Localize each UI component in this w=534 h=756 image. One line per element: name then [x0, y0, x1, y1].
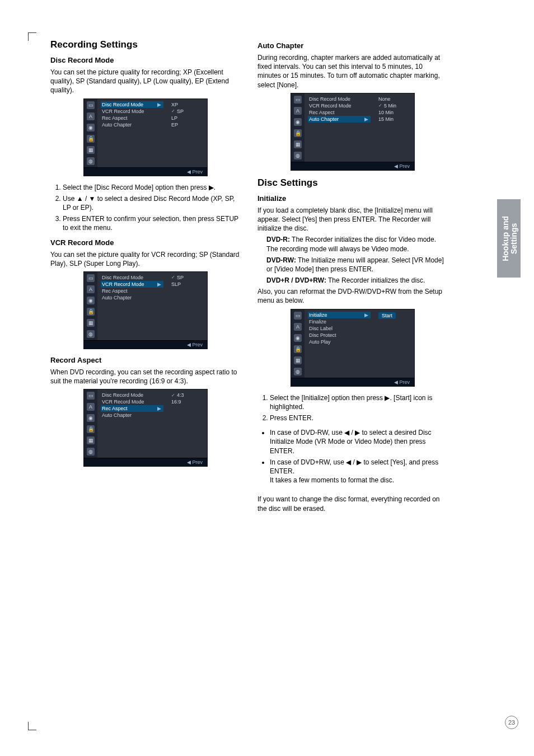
osd-item-rec-aspect: Rec Aspect: [102, 288, 128, 294]
text-record-aspect-intro: When DVD recording, you can set the reco…: [50, 368, 241, 386]
osd-item-disc-label: Disc Label: [309, 326, 332, 331]
record-icon: ▦: [87, 319, 95, 327]
osd-option-sp: SP: [177, 275, 184, 280]
heading-auto-chapter: Auto Chapter: [257, 41, 448, 50]
section-tab: Hookup and Settings: [497, 199, 521, 278]
language-icon: A: [87, 112, 95, 120]
text-init-dvdr: DVD-R: The Recorder initializes the disc…: [257, 235, 448, 253]
osd-item-initialize: Initialize: [309, 312, 327, 318]
osd-icon-strip: ▭ A ◉ 🔒 ▦ ◍: [291, 309, 305, 378]
audio-icon: ◉: [87, 124, 95, 132]
right-column: Auto Chapter During recording, chapter m…: [257, 34, 448, 515]
osd-icon-strip: ▭ A ◉ 🔒 ▦ ◍: [84, 272, 97, 340]
lock-icon: 🔒: [87, 308, 95, 316]
osd-item-disc-record-mode: Disc Record Mode: [102, 275, 143, 280]
heading-initialize: Initialize: [257, 194, 448, 203]
chevron-right-icon: ▶: [156, 281, 162, 287]
osd-option-xp: XP: [171, 102, 178, 107]
osd-item-auto-chapter: Auto Chapter: [102, 412, 132, 418]
text-bullet-b2b: It takes a few moments to format the dis…: [270, 476, 394, 484]
record-icon: ▦: [294, 356, 302, 364]
list-item: Use ▲ / ▼ to select a desired Disc Recor…: [63, 194, 241, 212]
label-dvdr: DVD-R:: [266, 236, 290, 243]
heading-disc-record-mode: Disc Record Mode: [50, 56, 241, 64]
osd-prev-label: ◀ Prev: [291, 378, 414, 386]
disc-icon: ◍: [294, 368, 302, 375]
lock-icon: 🔒: [294, 129, 302, 137]
osd-option-4-3: 4:3: [177, 392, 184, 398]
audio-icon: ◉: [87, 414, 95, 422]
disc-icon: ◍: [294, 152, 302, 159]
heading-record-aspect: Record Aspect: [50, 356, 241, 364]
lock-icon: 🔒: [87, 135, 95, 143]
heading-disc-settings: Disc Settings: [257, 177, 448, 189]
list-item: Select the [Initialize] option then pres…: [270, 393, 448, 411]
osd-option-lp: LP: [171, 115, 177, 121]
list-item: In case of DVD+RW, use ◀ / ▶ to select […: [270, 458, 448, 485]
heading-vcr-record-mode: VCR Record Mode: [50, 238, 241, 247]
list-item: Select the [Disc Record Mode] option the…: [63, 183, 241, 192]
osd-option-sp: SP: [177, 109, 184, 114]
section-tab-line2: Settings: [509, 223, 518, 253]
audio-icon: ◉: [87, 297, 95, 304]
chevron-right-icon: ▶: [363, 116, 369, 122]
osd-icon-strip: ▭ A ◉ 🔒 ▦ ◍: [84, 99, 97, 167]
osd-prev-label: ◀ Prev: [291, 162, 414, 170]
text-init-p1: If you load a completely blank disc, the…: [257, 206, 448, 233]
tv-icon: ▭: [87, 392, 95, 400]
osd-option-ep: EP: [171, 122, 178, 128]
tv-icon: ▭: [294, 312, 302, 320]
osd-item-vcr-record-mode: VCR Record Mode: [102, 109, 144, 114]
osd-option-10min: 10 Min: [378, 110, 394, 115]
language-icon: A: [294, 323, 302, 331]
list-init-bullets: In case of DVD-RW, use ◀ / ▶ to select a…: [257, 428, 448, 485]
tv-icon: ▭: [87, 101, 95, 109]
lock-icon: 🔒: [87, 425, 95, 433]
language-icon: A: [87, 403, 95, 411]
osd-item-disc-protect: Disc Protect: [309, 332, 336, 338]
record-icon: ▦: [87, 146, 95, 154]
heading-recording-settings: Recording Settings: [50, 39, 241, 50]
tv-icon: ▭: [87, 274, 95, 282]
osd-item-auto-chapter: Auto Chapter: [309, 116, 339, 122]
list-item: In case of DVD-RW, use ◀ / ▶ to select a…: [270, 428, 448, 456]
osd-item-vcr-record-mode: VCR Record Mode: [102, 399, 144, 405]
text-dvdr-desc: The Recorder initializes the disc for Vi…: [266, 236, 436, 252]
osd-item-rec-aspect: Rec Aspect: [102, 115, 128, 121]
text-dvdprw-desc: The Recorder initializes the disc.: [326, 276, 425, 284]
osd-item-vcr-record-mode: VCR Record Mode: [102, 281, 144, 287]
text-init-dvdrw: DVD-RW: The Initialize menu will appear.…: [257, 256, 448, 274]
text-init-note: If you want to change the disc format, e…: [257, 495, 448, 513]
osd-item-rec-aspect: Rec Aspect: [102, 406, 128, 411]
label-dvdrw: DVD-RW:: [266, 256, 296, 264]
osd-disc-record-mode: ▭ A ◉ 🔒 ▦ ◍ Disc Record Mode▶ VCR Record…: [83, 98, 208, 176]
text-drm-intro: You can set the picture quality for reco…: [50, 68, 241, 95]
osd-prev-label: ◀ Prev: [84, 340, 207, 349]
osd-item-auto-chapter: Auto Chapter: [102, 122, 132, 128]
osd-option-slp: SLP: [171, 281, 181, 287]
osd-item-disc-record-mode: Disc Record Mode: [102, 392, 143, 398]
osd-item-finalize: Finalize: [309, 319, 326, 325]
chevron-right-icon: ▶: [363, 312, 369, 318]
osd-item-disc-record-mode: Disc Record Mode: [309, 96, 350, 102]
disc-icon: ◍: [87, 448, 95, 456]
list-init-steps: Select the [Initialize] option then pres…: [257, 393, 448, 423]
osd-item-vcr-record-mode: VCR Record Mode: [309, 103, 352, 109]
list-drm-steps: Select the [Disc Record Mode] option the…: [50, 183, 241, 233]
disc-icon: ◍: [87, 330, 95, 338]
osd-item-rec-aspect: Rec Aspect: [309, 110, 335, 115]
record-icon: ▦: [87, 436, 95, 444]
text-init-dvdprw: DVD+R / DVD+RW: The Recorder initializes…: [257, 276, 448, 285]
language-icon: A: [87, 285, 95, 293]
tv-icon: ▭: [294, 96, 302, 104]
osd-start-button: Start: [378, 312, 396, 319]
osd-vcr-record-mode: ▭ A ◉ 🔒 ▦ ◍ Disc Record Mode VCR Record …: [83, 271, 208, 349]
disc-icon: ◍: [87, 157, 95, 165]
record-icon: ▦: [294, 140, 302, 148]
language-icon: A: [294, 107, 302, 115]
list-item: Press ENTER to confirm your selection, t…: [63, 214, 241, 232]
chevron-right-icon: ▶: [156, 406, 162, 411]
osd-option-none: None: [378, 96, 391, 102]
osd-initialize: ▭ A ◉ 🔒 ▦ ◍ Initialize▶ Finalize Disc La…: [291, 309, 415, 387]
osd-icon-strip: ▭ A ◉ 🔒 ▦ ◍: [84, 389, 97, 458]
